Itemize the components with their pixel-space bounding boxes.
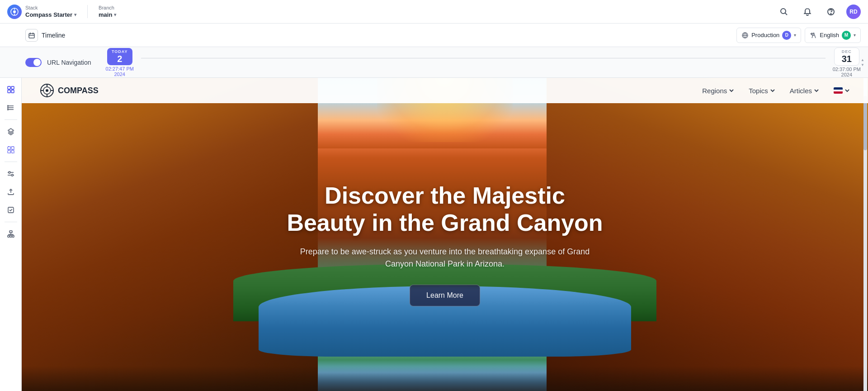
hero-title: Discover the Majestic Beauty in the Gran…: [287, 182, 603, 237]
svg-rect-13: [8, 86, 10, 89]
site-nav-links: Regions Topics Articles: [702, 87, 850, 95]
language-badge: M: [842, 31, 851, 40]
environment-badge: D: [782, 31, 791, 40]
timeline-icon: [25, 29, 38, 42]
today-date-section: TODAY 2 02:27:47 PM 2024: [106, 48, 134, 77]
svg-rect-26: [11, 150, 14, 153]
sidebar-item-target[interactable]: [3, 142, 19, 158]
svg-rect-35: [8, 235, 9, 237]
svg-point-28: [11, 174, 13, 176]
help-button[interactable]: [823, 4, 839, 20]
flag-selector[interactable]: [834, 87, 850, 94]
today-label: TODAY: [112, 49, 128, 54]
url-nav-label: URL Navigation: [47, 59, 91, 66]
sidebar: [0, 78, 22, 391]
svg-point-21: [7, 107, 8, 108]
regions-chevron-icon: [729, 88, 734, 93]
timeline-section: Timeline: [25, 29, 65, 42]
svg-line-5: [785, 13, 788, 15]
today-date-num: 2: [112, 54, 128, 64]
foreground-dark: [22, 366, 868, 391]
user-avatar[interactable]: RD: [846, 5, 861, 19]
svg-rect-36: [10, 235, 12, 237]
nav-regions[interactable]: Regions: [702, 87, 734, 95]
top-bar-right: RD: [776, 4, 861, 20]
sidebar-item-list[interactable]: [3, 100, 19, 116]
right-date-num: 31: [839, 54, 854, 64]
main-layout: ▲ ▼ COMPASS: [0, 78, 868, 391]
brand-area[interactable]: Stack Compass Starter ▾: [7, 5, 76, 19]
app-name[interactable]: Compass Starter ▾: [25, 11, 76, 18]
search-button[interactable]: [776, 4, 792, 20]
sidebar-item-upload[interactable]: [3, 184, 19, 200]
language-label: English: [820, 32, 839, 38]
branch-name[interactable]: main ▾: [99, 11, 116, 18]
svg-rect-14: [11, 86, 14, 89]
svg-rect-25: [8, 150, 10, 153]
brand-logo-icon: [7, 5, 22, 19]
svg-rect-37: [12, 235, 14, 237]
website-preview: ▲ ▼ COMPASS: [22, 78, 868, 391]
right-date-time: 02:37:00 PM 2024: [833, 67, 861, 77]
brand-text: Stack Compass Starter ▾: [25, 5, 76, 18]
timeline-line: [141, 58, 826, 58]
brand-chevron: ▾: [74, 12, 76, 17]
third-bar: URL Navigation TODAY 2 02:27:47 PM 2024 …: [0, 47, 868, 78]
branch-chevron: ▾: [114, 12, 116, 17]
sidebar-item-grid[interactable]: [3, 81, 19, 98]
svg-rect-16: [11, 90, 14, 93]
website-preview-container: ▲ ▼ COMPASS: [22, 78, 868, 391]
branch-area[interactable]: Branch main ▾: [87, 5, 116, 18]
svg-rect-24: [11, 147, 14, 149]
top-bar: Stack Compass Starter ▾ Branch main ▾: [0, 0, 868, 24]
compass-logo-icon: [40, 83, 54, 98]
language-chevron: ▾: [854, 33, 856, 38]
scrollbar-thumb[interactable]: [863, 96, 867, 150]
second-bar: Timeline Production D ▾ English M ▾: [0, 24, 868, 47]
environment-label: Production: [751, 32, 779, 38]
hero-content: Discover the Majestic Beauty in the Gran…: [287, 182, 603, 306]
language-dropdown[interactable]: English M ▾: [805, 28, 861, 43]
svg-point-20: [7, 105, 8, 106]
sidebar-divider-2: [5, 162, 17, 162]
sidebar-item-layers[interactable]: [3, 124, 19, 140]
url-nav-toggle[interactable]: [25, 58, 42, 67]
today-time: 02:27:47 PM 2024: [106, 66, 134, 77]
svg-rect-23: [8, 147, 10, 149]
flag-chevron-icon: [844, 88, 850, 93]
url-nav-section: URL Navigation: [25, 58, 91, 67]
nav-topics[interactable]: Topics: [749, 87, 775, 95]
svg-rect-34: [9, 231, 12, 233]
scrollbar-track[interactable]: ▲ ▼: [863, 78, 867, 391]
right-date-card[interactable]: DEC 31: [834, 48, 859, 66]
sidebar-item-hierarchy[interactable]: [3, 226, 19, 242]
svg-point-45: [46, 89, 48, 92]
svg-rect-8: [29, 33, 34, 38]
site-logo-text: COMPASS: [58, 86, 99, 95]
svg-point-22: [7, 109, 8, 110]
stack-label: Stack: [25, 5, 76, 11]
hero-subtitle: Prepare to be awe-struck as you venture …: [287, 245, 603, 270]
articles-chevron-icon: [814, 88, 819, 93]
scroll-arrows[interactable]: ▲ ▼: [861, 58, 864, 67]
scroll-bottom-arrows[interactable]: ▲ ▼: [863, 389, 867, 391]
sidebar-divider-3: [5, 222, 17, 222]
site-logo: COMPASS: [40, 83, 99, 98]
sidebar-item-controls[interactable]: [3, 166, 19, 182]
svg-point-27: [9, 172, 10, 173]
second-bar-right: Production D ▾ English M ▾: [736, 28, 861, 43]
sidebar-item-checklist[interactable]: [3, 202, 19, 218]
right-date-section: DEC 31 02:37:00 PM 2024: [833, 48, 861, 77]
nav-articles[interactable]: Articles: [790, 87, 819, 95]
svg-point-4: [781, 9, 786, 14]
branch-label: Branch: [99, 5, 116, 11]
sidebar-divider-1: [5, 119, 17, 120]
svg-point-7: [830, 13, 831, 14]
notifications-button[interactable]: [799, 4, 816, 20]
us-flag-icon: [834, 87, 843, 94]
top-bar-left: Stack Compass Starter ▾ Branch main ▾: [7, 5, 116, 19]
learn-more-button[interactable]: Learn More: [410, 284, 480, 306]
today-card[interactable]: TODAY 2: [107, 48, 132, 65]
svg-point-1: [13, 10, 16, 13]
environment-dropdown[interactable]: Production D ▾: [736, 28, 801, 43]
